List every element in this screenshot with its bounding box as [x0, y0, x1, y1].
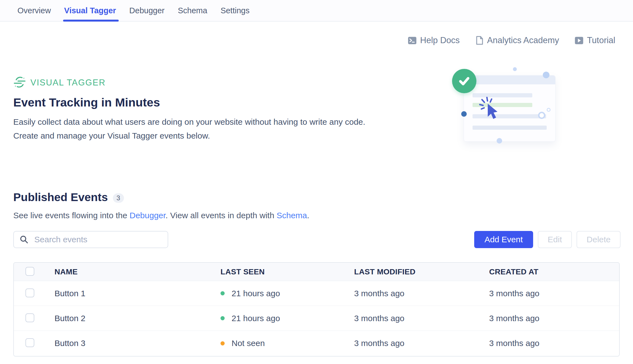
event-name: Button 3: [55, 339, 220, 348]
last-seen-cell: 21 hours ago: [220, 289, 354, 298]
terminal-icon: [408, 36, 417, 45]
last-seen-value: 21 hours ago: [232, 314, 280, 323]
help-links: Help Docs Analytics Academy Tutorial: [408, 35, 615, 45]
row-checkbox[interactable]: [25, 338, 34, 347]
select-all-checkbox[interactable]: [25, 267, 34, 276]
visual-tagger-page: Overview Visual Tagger Debugger Schema S…: [0, 0, 633, 364]
play-icon: [575, 36, 583, 45]
tutorial-label: Tutorial: [587, 35, 615, 45]
column-created-at: CREATED AT: [489, 267, 619, 276]
description-line-2: Create and manage your Visual Tagger eve…: [13, 129, 365, 143]
events-table: NAME LAST SEEN LAST MODIFIED CREATED AT …: [13, 262, 620, 357]
debugger-link[interactable]: Debugger: [129, 211, 165, 220]
event-actions: Add Event Edit Delete: [474, 231, 621, 248]
edit-button[interactable]: Edit: [538, 231, 572, 248]
tab-settings[interactable]: Settings: [220, 0, 250, 21]
created-at-value: 3 months ago: [489, 314, 619, 323]
events-toolbar: Add Event Edit Delete: [13, 231, 621, 248]
check-icon: [452, 69, 476, 93]
status-dot: [220, 291, 225, 295]
last-seen-value: 21 hours ago: [232, 289, 280, 298]
eyebrow-label: VISUAL TAGGER: [30, 78, 106, 88]
search-input[interactable]: [13, 231, 168, 248]
page-title: Event Tracking in Minutes: [13, 96, 160, 109]
top-nav: Overview Visual Tagger Debugger Schema S…: [0, 0, 633, 22]
last-seen-cell: 21 hours ago: [220, 314, 354, 323]
column-name: NAME: [55, 267, 220, 276]
published-events-title: Published Events: [13, 191, 108, 204]
published-events-header: Published Events 3: [13, 191, 124, 204]
illustration-card: [464, 75, 556, 142]
tutorial-link[interactable]: Tutorial: [575, 35, 615, 45]
page-description: Easily collect data about what users are…: [13, 115, 365, 143]
tab-schema[interactable]: Schema: [178, 0, 207, 21]
published-events-subtext: See live events flowing into the Debugge…: [13, 211, 309, 220]
help-docs-label: Help Docs: [420, 35, 460, 45]
last-modified-value: 3 months ago: [354, 289, 489, 298]
column-last-seen: LAST SEEN: [220, 267, 354, 276]
tab-overview[interactable]: Overview: [17, 0, 51, 21]
created-at-value: 3 months ago: [489, 339, 619, 348]
table-header-row: NAME LAST SEEN LAST MODIFIED CREATED AT: [14, 263, 619, 281]
search-events: [13, 231, 168, 248]
column-last-modified: LAST MODIFIED: [354, 267, 489, 276]
hero-illustration: [443, 58, 575, 149]
table-row[interactable]: Button 3 Not seen 3 months ago 3 months …: [14, 331, 619, 356]
description-line-1: Easily collect data about what users are…: [13, 115, 365, 129]
document-icon: [475, 36, 484, 45]
row-checkbox[interactable]: [25, 288, 34, 297]
schema-link[interactable]: Schema: [277, 211, 307, 220]
delete-button[interactable]: Delete: [577, 231, 621, 248]
event-count-badge: 3: [113, 193, 124, 203]
analytics-academy-label: Analytics Academy: [487, 35, 559, 45]
segment-logo-icon: [13, 76, 26, 90]
event-name: Button 2: [55, 314, 220, 323]
analytics-academy-link[interactable]: Analytics Academy: [475, 35, 559, 45]
illustration-card-header: [464, 76, 555, 84]
tab-visual-tagger[interactable]: Visual Tagger: [64, 0, 116, 21]
cursor-click-icon: [479, 97, 504, 123]
tab-debugger[interactable]: Debugger: [129, 0, 164, 21]
table-row[interactable]: Button 1 21 hours ago 3 months ago 3 mon…: [14, 281, 619, 306]
created-at-value: 3 months ago: [489, 289, 619, 298]
event-name: Button 1: [55, 289, 220, 298]
last-seen-value: Not seen: [232, 339, 265, 348]
add-event-button[interactable]: Add Event: [474, 231, 533, 248]
status-dot: [220, 316, 225, 320]
last-modified-value: 3 months ago: [354, 314, 489, 323]
row-checkbox[interactable]: [25, 313, 34, 322]
last-seen-cell: Not seen: [220, 339, 354, 348]
help-docs-link[interactable]: Help Docs: [408, 35, 460, 45]
visual-tagger-eyebrow: VISUAL TAGGER: [13, 76, 106, 90]
table-row[interactable]: Button 2 21 hours ago 3 months ago 3 mon…: [14, 306, 619, 331]
status-dot: [220, 341, 225, 345]
last-modified-value: 3 months ago: [354, 339, 489, 348]
